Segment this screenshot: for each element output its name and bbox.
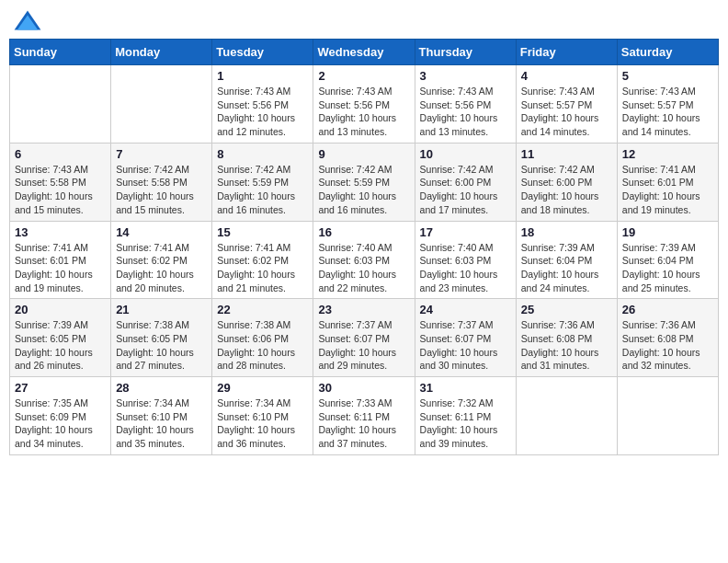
- day-info: Sunrise: 7:43 AM Sunset: 5:57 PM Dayligh…: [521, 85, 612, 139]
- day-number: 23: [318, 303, 409, 316]
- calendar-cell: 26Sunrise: 7:36 AM Sunset: 6:08 PM Dayli…: [617, 299, 718, 377]
- day-number: 11: [521, 147, 612, 161]
- calendar-cell: 2Sunrise: 7:43 AM Sunset: 5:56 PM Daylig…: [313, 65, 415, 144]
- calendar-cell: 30Sunrise: 7:33 AM Sunset: 6:11 PM Dayli…: [313, 377, 415, 455]
- day-number: 3: [420, 69, 511, 83]
- week-row-3: 13Sunrise: 7:41 AM Sunset: 6:01 PM Dayli…: [10, 221, 719, 299]
- day-info: Sunrise: 7:42 AM Sunset: 5:59 PM Dayligh…: [318, 163, 409, 217]
- calendar-cell: 17Sunrise: 7:40 AM Sunset: 6:03 PM Dayli…: [415, 221, 516, 299]
- day-info: Sunrise: 7:43 AM Sunset: 5:57 PM Dayligh…: [622, 85, 713, 139]
- calendar-cell: [617, 377, 718, 455]
- weekday-header-monday: Monday: [111, 40, 212, 65]
- day-info: Sunrise: 7:40 AM Sunset: 6:03 PM Dayligh…: [318, 241, 409, 295]
- calendar-cell: 15Sunrise: 7:41 AM Sunset: 6:02 PM Dayli…: [212, 221, 313, 299]
- day-info: Sunrise: 7:42 AM Sunset: 5:59 PM Dayligh…: [217, 163, 308, 217]
- day-info: Sunrise: 7:43 AM Sunset: 5:56 PM Dayligh…: [217, 85, 308, 139]
- day-info: Sunrise: 7:33 AM Sunset: 6:11 PM Dayligh…: [318, 396, 409, 451]
- day-info: Sunrise: 7:36 AM Sunset: 6:08 PM Dayligh…: [622, 318, 713, 373]
- calendar-cell: 25Sunrise: 7:36 AM Sunset: 6:08 PM Dayli…: [516, 299, 617, 377]
- day-number: 1: [217, 69, 308, 83]
- calendar-cell: 20Sunrise: 7:39 AM Sunset: 6:05 PM Dayli…: [10, 299, 111, 377]
- calendar-cell: [10, 65, 111, 144]
- day-info: Sunrise: 7:42 AM Sunset: 6:00 PM Dayligh…: [420, 163, 511, 217]
- day-number: 6: [15, 147, 106, 161]
- logo-icon: [13, 9, 42, 31]
- weekday-header-tuesday: Tuesday: [212, 40, 313, 65]
- week-row-2: 6Sunrise: 7:43 AM Sunset: 5:58 PM Daylig…: [10, 143, 719, 221]
- calendar-cell: 7Sunrise: 7:42 AM Sunset: 5:58 PM Daylig…: [111, 143, 212, 221]
- weekday-header-saturday: Saturday: [617, 40, 718, 65]
- calendar-cell: 27Sunrise: 7:35 AM Sunset: 6:09 PM Dayli…: [10, 377, 111, 455]
- calendar: SundayMondayTuesdayWednesdayThursdayFrid…: [9, 39, 719, 455]
- weekday-header-thursday: Thursday: [415, 40, 516, 65]
- day-number: 21: [116, 303, 207, 316]
- calendar-cell: 19Sunrise: 7:39 AM Sunset: 6:04 PM Dayli…: [617, 221, 718, 299]
- week-row-1: 1Sunrise: 7:43 AM Sunset: 5:56 PM Daylig…: [10, 65, 719, 144]
- day-number: 5: [622, 69, 713, 83]
- day-number: 13: [15, 225, 106, 239]
- day-number: 10: [420, 147, 511, 161]
- weekday-header-sunday: Sunday: [10, 40, 111, 65]
- day-info: Sunrise: 7:34 AM Sunset: 6:10 PM Dayligh…: [116, 396, 207, 451]
- day-number: 8: [217, 147, 308, 161]
- day-info: Sunrise: 7:38 AM Sunset: 6:05 PM Dayligh…: [116, 318, 207, 373]
- calendar-cell: 14Sunrise: 7:41 AM Sunset: 6:02 PM Dayli…: [111, 221, 212, 299]
- week-row-4: 20Sunrise: 7:39 AM Sunset: 6:05 PM Dayli…: [10, 299, 719, 377]
- day-info: Sunrise: 7:41 AM Sunset: 6:02 PM Dayligh…: [116, 241, 207, 295]
- calendar-cell: 5Sunrise: 7:43 AM Sunset: 5:57 PM Daylig…: [617, 65, 718, 144]
- calendar-cell: 3Sunrise: 7:43 AM Sunset: 5:56 PM Daylig…: [415, 65, 516, 144]
- day-number: 27: [15, 381, 106, 395]
- day-info: Sunrise: 7:39 AM Sunset: 6:04 PM Dayligh…: [521, 241, 612, 295]
- day-info: Sunrise: 7:42 AM Sunset: 5:58 PM Dayligh…: [116, 163, 207, 217]
- day-number: 16: [318, 225, 409, 239]
- day-number: 25: [521, 303, 612, 316]
- day-number: 7: [116, 147, 207, 161]
- day-info: Sunrise: 7:37 AM Sunset: 6:07 PM Dayligh…: [420, 318, 511, 373]
- day-info: Sunrise: 7:32 AM Sunset: 6:11 PM Dayligh…: [420, 396, 511, 451]
- calendar-cell: 11Sunrise: 7:42 AM Sunset: 6:00 PM Dayli…: [516, 143, 617, 221]
- logo: [13, 9, 46, 31]
- day-number: 26: [622, 303, 713, 316]
- day-number: 22: [217, 303, 308, 316]
- day-info: Sunrise: 7:42 AM Sunset: 6:00 PM Dayligh…: [521, 163, 612, 217]
- day-info: Sunrise: 7:41 AM Sunset: 6:02 PM Dayligh…: [217, 241, 308, 295]
- page-header: [9, 9, 719, 31]
- day-info: Sunrise: 7:41 AM Sunset: 6:01 PM Dayligh…: [622, 163, 713, 217]
- calendar-cell: 9Sunrise: 7:42 AM Sunset: 5:59 PM Daylig…: [313, 143, 415, 221]
- day-info: Sunrise: 7:39 AM Sunset: 6:05 PM Dayligh…: [15, 318, 106, 373]
- day-number: 29: [217, 381, 308, 395]
- calendar-cell: 6Sunrise: 7:43 AM Sunset: 5:58 PM Daylig…: [10, 143, 111, 221]
- day-number: 20: [15, 303, 106, 316]
- day-number: 18: [521, 225, 612, 239]
- calendar-cell: [111, 65, 212, 144]
- day-info: Sunrise: 7:43 AM Sunset: 5:56 PM Dayligh…: [420, 85, 511, 139]
- day-number: 19: [622, 225, 713, 239]
- day-number: 28: [116, 381, 207, 395]
- day-number: 15: [217, 225, 308, 239]
- calendar-cell: 1Sunrise: 7:43 AM Sunset: 5:56 PM Daylig…: [212, 65, 313, 144]
- calendar-cell: 16Sunrise: 7:40 AM Sunset: 6:03 PM Dayli…: [313, 221, 415, 299]
- calendar-cell: 10Sunrise: 7:42 AM Sunset: 6:00 PM Dayli…: [415, 143, 516, 221]
- calendar-cell: 23Sunrise: 7:37 AM Sunset: 6:07 PM Dayli…: [313, 299, 415, 377]
- day-number: 30: [318, 381, 409, 395]
- day-info: Sunrise: 7:43 AM Sunset: 5:56 PM Dayligh…: [318, 85, 409, 139]
- calendar-cell: [516, 377, 617, 455]
- day-number: 17: [420, 225, 511, 239]
- calendar-cell: 21Sunrise: 7:38 AM Sunset: 6:05 PM Dayli…: [111, 299, 212, 377]
- day-number: 12: [622, 147, 713, 161]
- day-number: 31: [420, 381, 511, 395]
- calendar-cell: 31Sunrise: 7:32 AM Sunset: 6:11 PM Dayli…: [415, 377, 516, 455]
- weekday-header-wednesday: Wednesday: [313, 40, 415, 65]
- day-number: 4: [521, 69, 612, 83]
- weekday-header-friday: Friday: [516, 40, 617, 65]
- day-info: Sunrise: 7:38 AM Sunset: 6:06 PM Dayligh…: [217, 318, 308, 373]
- calendar-cell: 8Sunrise: 7:42 AM Sunset: 5:59 PM Daylig…: [212, 143, 313, 221]
- day-info: Sunrise: 7:40 AM Sunset: 6:03 PM Dayligh…: [420, 241, 511, 295]
- calendar-cell: 29Sunrise: 7:34 AM Sunset: 6:10 PM Dayli…: [212, 377, 313, 455]
- calendar-cell: 4Sunrise: 7:43 AM Sunset: 5:57 PM Daylig…: [516, 65, 617, 144]
- day-number: 9: [318, 147, 409, 161]
- day-number: 24: [420, 303, 511, 316]
- day-number: 14: [116, 225, 207, 239]
- week-row-5: 27Sunrise: 7:35 AM Sunset: 6:09 PM Dayli…: [10, 377, 719, 455]
- calendar-cell: 24Sunrise: 7:37 AM Sunset: 6:07 PM Dayli…: [415, 299, 516, 377]
